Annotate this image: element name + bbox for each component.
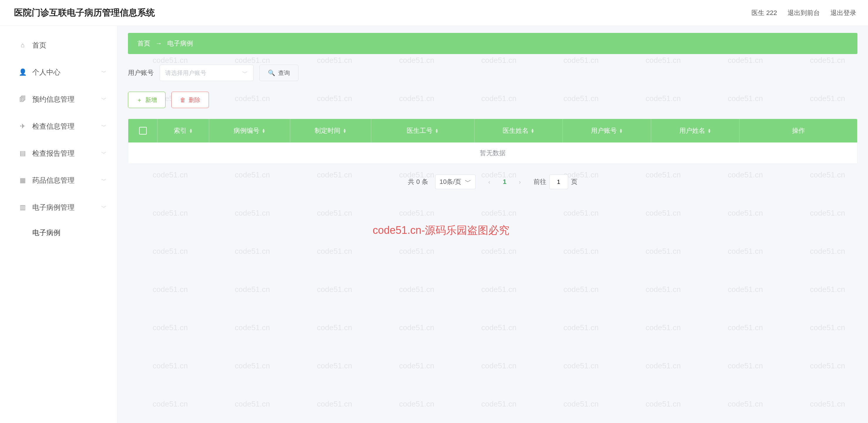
- menu-label: 检查报告管理: [32, 149, 74, 158]
- app-title: 医院门诊互联电子病历管理信息系统: [14, 7, 155, 19]
- menu-icon: ▤: [19, 149, 26, 157]
- sidebar-item-2[interactable]: 🗐预约信息管理﹀: [0, 86, 117, 113]
- th-5[interactable]: 用户账号▲▼: [563, 119, 651, 142]
- filter-row: 用户账号 请选择用户账号 ﹀ 🔍 查询: [128, 65, 858, 81]
- page-size-select[interactable]: 10条/页 ﹀: [435, 174, 476, 189]
- header-actions: 医生 222 退出到前台 退出登录: [751, 8, 856, 17]
- logout-link[interactable]: 退出登录: [831, 8, 856, 17]
- th-3[interactable]: 医生工号▲▼: [371, 119, 474, 142]
- delete-button-label: 删除: [189, 96, 200, 104]
- sort-icon: ▲▼: [619, 129, 623, 133]
- th-label: 操作: [792, 126, 805, 135]
- th-label: 用户姓名: [679, 126, 705, 135]
- menu-label: 预约信息管理: [32, 94, 74, 104]
- page-jump: 前往 页: [533, 174, 578, 189]
- sidebar-item-1[interactable]: 👤个人中心﹀: [0, 59, 117, 86]
- breadcrumb-current[interactable]: 电子病例: [167, 39, 193, 48]
- menu-label: 检查信息管理: [32, 122, 74, 131]
- sort-icon: ▲▼: [262, 129, 265, 133]
- menu-icon: ⌂: [19, 41, 26, 49]
- menu-icon: 🗐: [19, 95, 26, 103]
- breadcrumb-sep: →: [156, 40, 162, 47]
- plus-icon: ＋: [136, 96, 142, 104]
- search-icon: 🔍: [268, 69, 275, 76]
- jump-suffix: 页: [571, 177, 578, 186]
- th-6[interactable]: 用户姓名▲▼: [651, 119, 740, 142]
- pagination: 共 0 条 10条/页 ﹀ ‹ 1 › 前往 页: [128, 174, 858, 189]
- jump-input[interactable]: [549, 174, 568, 189]
- sort-icon: ▲▼: [435, 129, 438, 133]
- select-placeholder: 请选择用户账号: [165, 69, 206, 77]
- menu-icon: ✈: [19, 122, 26, 130]
- menu-label: 首页: [32, 40, 46, 50]
- pagination-total: 共 0 条: [408, 177, 428, 186]
- menu-label: 电子病例管理: [32, 203, 74, 212]
- chevron-down-icon: ﹀: [101, 177, 106, 184]
- next-page-button[interactable]: ›: [514, 175, 526, 188]
- trash-icon: 🗑: [180, 97, 186, 104]
- th-label: 索引: [174, 126, 187, 135]
- th-label: 医生工号: [407, 126, 433, 135]
- sidebar-item-0[interactable]: ⌂首页: [0, 32, 117, 59]
- chevron-down-icon: ﹀: [101, 150, 106, 157]
- th-label: 医生姓名: [503, 126, 528, 135]
- jump-prefix: 前往: [533, 177, 547, 186]
- menu-icon: ▦: [19, 176, 26, 184]
- breadcrumb: 首页 → 电子病例: [128, 33, 858, 54]
- chevron-down-icon: ﹀: [101, 69, 106, 76]
- action-row: ＋ 新增 🗑 删除: [128, 92, 858, 108]
- th-4[interactable]: 医生姓名▲▼: [474, 119, 563, 142]
- th-2[interactable]: 制定时间▲▼: [290, 119, 371, 142]
- th-label: 用户账号: [591, 126, 617, 135]
- add-button-label: 新增: [145, 96, 157, 104]
- filter-label: 用户账号: [128, 68, 154, 77]
- prev-page-button[interactable]: ‹: [483, 175, 496, 188]
- chevron-down-icon: ﹀: [101, 123, 106, 130]
- th-0[interactable]: 索引▲▼: [158, 119, 209, 142]
- table: 索引▲▼病例编号▲▼制定时间▲▼医生工号▲▼医生姓名▲▼用户账号▲▼用户姓名▲▼…: [128, 119, 858, 164]
- user-account-select[interactable]: 请选择用户账号 ﹀: [160, 65, 253, 81]
- chevron-down-icon: ﹀: [101, 96, 106, 103]
- breadcrumb-home[interactable]: 首页: [137, 39, 150, 48]
- menu-icon: 👤: [19, 68, 26, 76]
- sidebar-item-3[interactable]: ✈检查信息管理﹀: [0, 113, 117, 140]
- page-number[interactable]: 1: [503, 178, 506, 186]
- delete-button[interactable]: 🗑 删除: [172, 92, 209, 108]
- sidebar: ⌂首页👤个人中心﹀🗐预约信息管理﹀✈检查信息管理﹀▤检查报告管理﹀▦药品信息管理…: [0, 26, 117, 423]
- main-content: 首页 → 电子病例 用户账号 请选择用户账号 ﹀ 🔍 查询 ＋ 新增 🗑 删除: [117, 26, 868, 423]
- th-7: 操作: [740, 119, 857, 142]
- add-button[interactable]: ＋ 新增: [128, 92, 165, 108]
- sidebar-item-5[interactable]: ▦药品信息管理﹀: [0, 167, 117, 194]
- sidebar-item-6[interactable]: ▥电子病例管理﹀: [0, 194, 117, 221]
- chevron-down-icon: ﹀: [465, 177, 471, 186]
- page-size-label: 10条/页: [440, 177, 462, 186]
- th-label: 制定时间: [315, 126, 340, 135]
- checkbox-icon: [139, 127, 147, 135]
- th-1[interactable]: 病例编号▲▼: [209, 119, 290, 142]
- sidebar-subitem-label: 电子病例: [32, 228, 60, 237]
- sort-icon: ▲▼: [189, 129, 192, 133]
- menu-label: 个人中心: [32, 67, 60, 77]
- menu-label: 药品信息管理: [32, 176, 74, 185]
- app-header: 医院门诊互联电子病历管理信息系统 医生 222 退出到前台 退出登录: [0, 0, 868, 26]
- table-empty: 暂无数据: [128, 142, 857, 164]
- search-button[interactable]: 🔍 查询: [259, 65, 299, 81]
- sidebar-item-4[interactable]: ▤检查报告管理﹀: [0, 140, 117, 167]
- search-button-label: 查询: [278, 69, 290, 77]
- chevron-down-icon: ﹀: [242, 69, 248, 77]
- chevron-down-icon: ﹀: [101, 204, 106, 211]
- exit-front-link[interactable]: 退出到前台: [787, 8, 820, 17]
- user-label[interactable]: 医生 222: [751, 8, 777, 17]
- sort-icon: ▲▼: [531, 129, 534, 133]
- sidebar-subitem-records[interactable]: 电子病例: [0, 221, 117, 245]
- sort-icon: ▲▼: [708, 129, 711, 133]
- th-label: 病例编号: [234, 126, 259, 135]
- table-header: 索引▲▼病例编号▲▼制定时间▲▼医生工号▲▼医生姓名▲▼用户账号▲▼用户姓名▲▼…: [128, 119, 857, 142]
- th-checkbox[interactable]: [128, 119, 158, 142]
- menu-icon: ▥: [19, 203, 26, 211]
- sort-icon: ▲▼: [343, 129, 346, 133]
